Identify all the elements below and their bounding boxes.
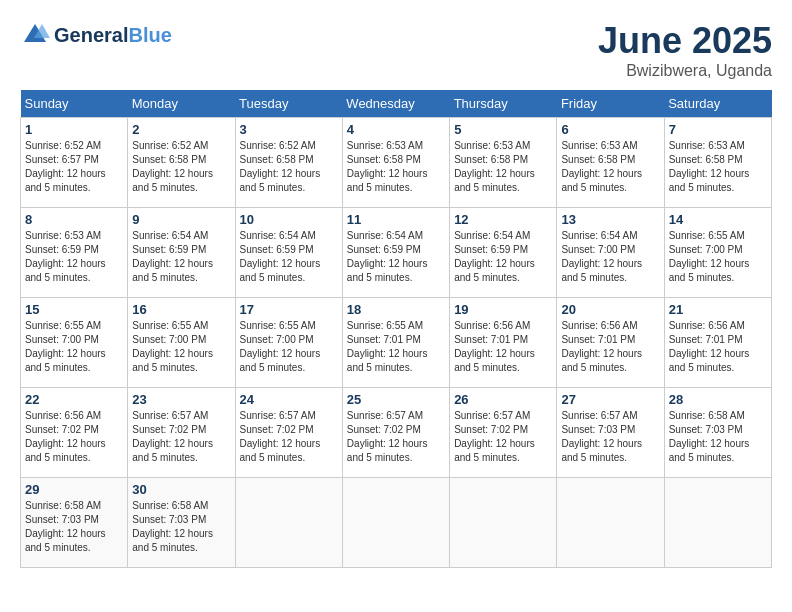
calendar-cell: [450, 478, 557, 568]
day-number: 8: [25, 212, 123, 227]
day-info: Sunrise: 6:58 AMSunset: 7:03 PMDaylight:…: [132, 499, 230, 555]
day-number: 1: [25, 122, 123, 137]
calendar-cell: [557, 478, 664, 568]
location: Bwizibwera, Uganda: [598, 62, 772, 80]
page-header: GeneralBlue June 2025 Bwizibwera, Uganda: [20, 20, 772, 80]
col-sunday: Sunday: [21, 90, 128, 118]
calendar-cell: [235, 478, 342, 568]
calendar-cell: 23 Sunrise: 6:57 AMSunset: 7:02 PMDaylig…: [128, 388, 235, 478]
calendar-table: Sunday Monday Tuesday Wednesday Thursday…: [20, 90, 772, 568]
day-info: Sunrise: 6:52 AMSunset: 6:58 PMDaylight:…: [240, 139, 338, 195]
day-number: 2: [132, 122, 230, 137]
day-info: Sunrise: 6:57 AMSunset: 7:02 PMDaylight:…: [132, 409, 230, 465]
calendar-cell: 2 Sunrise: 6:52 AMSunset: 6:58 PMDayligh…: [128, 118, 235, 208]
day-info: Sunrise: 6:53 AMSunset: 6:58 PMDaylight:…: [347, 139, 445, 195]
day-number: 24: [240, 392, 338, 407]
calendar-cell: 21 Sunrise: 6:56 AMSunset: 7:01 PMDaylig…: [664, 298, 771, 388]
day-info: Sunrise: 6:53 AMSunset: 6:59 PMDaylight:…: [25, 229, 123, 285]
calendar-cell: 15 Sunrise: 6:55 AMSunset: 7:00 PMDaylig…: [21, 298, 128, 388]
calendar-cell: 3 Sunrise: 6:52 AMSunset: 6:58 PMDayligh…: [235, 118, 342, 208]
calendar-cell: 6 Sunrise: 6:53 AMSunset: 6:58 PMDayligh…: [557, 118, 664, 208]
day-number: 9: [132, 212, 230, 227]
day-info: Sunrise: 6:52 AMSunset: 6:57 PMDaylight:…: [25, 139, 123, 195]
day-number: 22: [25, 392, 123, 407]
calendar-cell: 1 Sunrise: 6:52 AMSunset: 6:57 PMDayligh…: [21, 118, 128, 208]
day-number: 4: [347, 122, 445, 137]
calendar-cell: 5 Sunrise: 6:53 AMSunset: 6:58 PMDayligh…: [450, 118, 557, 208]
day-number: 7: [669, 122, 767, 137]
calendar-cell: 18 Sunrise: 6:55 AMSunset: 7:01 PMDaylig…: [342, 298, 449, 388]
day-number: 15: [25, 302, 123, 317]
day-info: Sunrise: 6:53 AMSunset: 6:58 PMDaylight:…: [561, 139, 659, 195]
day-info: Sunrise: 6:56 AMSunset: 7:02 PMDaylight:…: [25, 409, 123, 465]
day-info: Sunrise: 6:53 AMSunset: 6:58 PMDaylight:…: [669, 139, 767, 195]
day-info: Sunrise: 6:52 AMSunset: 6:58 PMDaylight:…: [132, 139, 230, 195]
day-number: 25: [347, 392, 445, 407]
calendar-row: 1 Sunrise: 6:52 AMSunset: 6:57 PMDayligh…: [21, 118, 772, 208]
day-number: 5: [454, 122, 552, 137]
calendar-cell: 13 Sunrise: 6:54 AMSunset: 7:00 PMDaylig…: [557, 208, 664, 298]
day-number: 21: [669, 302, 767, 317]
day-number: 12: [454, 212, 552, 227]
day-number: 10: [240, 212, 338, 227]
calendar-cell: 4 Sunrise: 6:53 AMSunset: 6:58 PMDayligh…: [342, 118, 449, 208]
calendar-cell: 24 Sunrise: 6:57 AMSunset: 7:02 PMDaylig…: [235, 388, 342, 478]
calendar-cell: 25 Sunrise: 6:57 AMSunset: 7:02 PMDaylig…: [342, 388, 449, 478]
day-info: Sunrise: 6:56 AMSunset: 7:01 PMDaylight:…: [669, 319, 767, 375]
col-tuesday: Tuesday: [235, 90, 342, 118]
day-info: Sunrise: 6:54 AMSunset: 6:59 PMDaylight:…: [347, 229, 445, 285]
calendar-cell: 8 Sunrise: 6:53 AMSunset: 6:59 PMDayligh…: [21, 208, 128, 298]
calendar-row: 22 Sunrise: 6:56 AMSunset: 7:02 PMDaylig…: [21, 388, 772, 478]
day-number: 16: [132, 302, 230, 317]
day-info: Sunrise: 6:55 AMSunset: 7:00 PMDaylight:…: [240, 319, 338, 375]
day-info: Sunrise: 6:58 AMSunset: 7:03 PMDaylight:…: [25, 499, 123, 555]
calendar-row: 8 Sunrise: 6:53 AMSunset: 6:59 PMDayligh…: [21, 208, 772, 298]
calendar-cell: 27 Sunrise: 6:57 AMSunset: 7:03 PMDaylig…: [557, 388, 664, 478]
day-number: 23: [132, 392, 230, 407]
calendar-cell: 20 Sunrise: 6:56 AMSunset: 7:01 PMDaylig…: [557, 298, 664, 388]
logo-text: GeneralBlue: [54, 24, 172, 46]
day-number: 18: [347, 302, 445, 317]
day-info: Sunrise: 6:54 AMSunset: 6:59 PMDaylight:…: [240, 229, 338, 285]
day-number: 29: [25, 482, 123, 497]
day-info: Sunrise: 6:54 AMSunset: 7:00 PMDaylight:…: [561, 229, 659, 285]
day-info: Sunrise: 6:57 AMSunset: 7:02 PMDaylight:…: [347, 409, 445, 465]
day-info: Sunrise: 6:55 AMSunset: 7:00 PMDaylight:…: [25, 319, 123, 375]
calendar-cell: 29 Sunrise: 6:58 AMSunset: 7:03 PMDaylig…: [21, 478, 128, 568]
day-info: Sunrise: 6:53 AMSunset: 6:58 PMDaylight:…: [454, 139, 552, 195]
day-number: 30: [132, 482, 230, 497]
col-friday: Friday: [557, 90, 664, 118]
logo-icon: [20, 20, 50, 50]
day-number: 19: [454, 302, 552, 317]
calendar-row: 15 Sunrise: 6:55 AMSunset: 7:00 PMDaylig…: [21, 298, 772, 388]
col-thursday: Thursday: [450, 90, 557, 118]
calendar-cell: 26 Sunrise: 6:57 AMSunset: 7:02 PMDaylig…: [450, 388, 557, 478]
col-wednesday: Wednesday: [342, 90, 449, 118]
calendar-cell: 30 Sunrise: 6:58 AMSunset: 7:03 PMDaylig…: [128, 478, 235, 568]
day-info: Sunrise: 6:57 AMSunset: 7:02 PMDaylight:…: [240, 409, 338, 465]
calendar-cell: 19 Sunrise: 6:56 AMSunset: 7:01 PMDaylig…: [450, 298, 557, 388]
day-info: Sunrise: 6:56 AMSunset: 7:01 PMDaylight:…: [561, 319, 659, 375]
calendar-cell: 9 Sunrise: 6:54 AMSunset: 6:59 PMDayligh…: [128, 208, 235, 298]
day-info: Sunrise: 6:54 AMSunset: 6:59 PMDaylight:…: [454, 229, 552, 285]
col-monday: Monday: [128, 90, 235, 118]
day-number: 27: [561, 392, 659, 407]
day-number: 11: [347, 212, 445, 227]
day-number: 14: [669, 212, 767, 227]
calendar-cell: 11 Sunrise: 6:54 AMSunset: 6:59 PMDaylig…: [342, 208, 449, 298]
day-info: Sunrise: 6:58 AMSunset: 7:03 PMDaylight:…: [669, 409, 767, 465]
day-info: Sunrise: 6:54 AMSunset: 6:59 PMDaylight:…: [132, 229, 230, 285]
day-number: 6: [561, 122, 659, 137]
logo: GeneralBlue: [20, 20, 172, 50]
month-title: June 2025: [598, 20, 772, 62]
day-number: 26: [454, 392, 552, 407]
day-number: 17: [240, 302, 338, 317]
day-info: Sunrise: 6:55 AMSunset: 7:00 PMDaylight:…: [132, 319, 230, 375]
day-number: 3: [240, 122, 338, 137]
day-info: Sunrise: 6:55 AMSunset: 7:01 PMDaylight:…: [347, 319, 445, 375]
day-info: Sunrise: 6:55 AMSunset: 7:00 PMDaylight:…: [669, 229, 767, 285]
calendar-cell: 22 Sunrise: 6:56 AMSunset: 7:02 PMDaylig…: [21, 388, 128, 478]
calendar-cell: 10 Sunrise: 6:54 AMSunset: 6:59 PMDaylig…: [235, 208, 342, 298]
day-number: 28: [669, 392, 767, 407]
day-number: 20: [561, 302, 659, 317]
